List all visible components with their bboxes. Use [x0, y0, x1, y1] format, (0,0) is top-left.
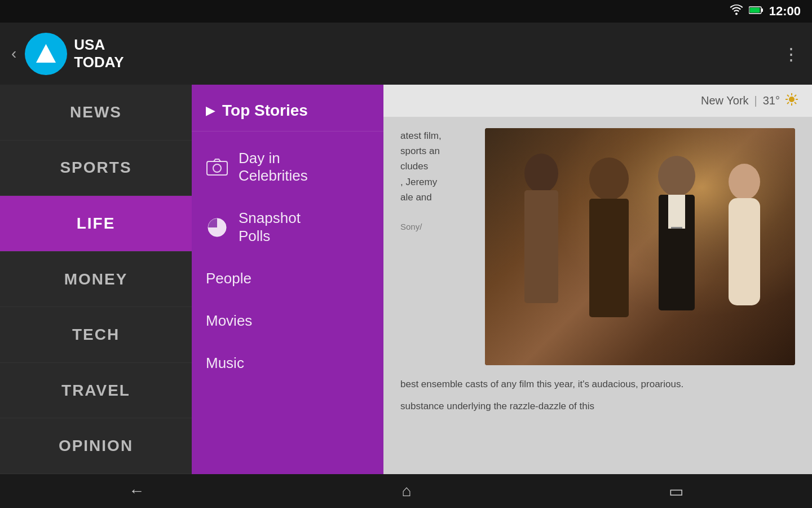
logo: USA TODAY — [25, 33, 123, 75]
sidebar-item-money[interactable]: MONEY — [0, 252, 192, 308]
bottom-nav: ← ⌂ ▭ — [0, 474, 812, 508]
svg-point-17 — [524, 154, 558, 193]
sidebar-item-life[interactable]: LIFE — [0, 196, 192, 252]
svg-point-5 — [213, 164, 221, 172]
sidebar-item-opinion[interactable]: OPINION — [0, 418, 192, 474]
article-text-lower: best ensemble casts of any film this yea… — [383, 376, 812, 425]
submenu: ▶ Top Stories Day inCelebrities — [192, 85, 383, 474]
submenu-title: Top Stories — [222, 102, 308, 120]
submenu-item-label-movies: Movies — [206, 312, 252, 330]
logo-circle — [25, 33, 67, 75]
submenu-item-people[interactable]: People — [192, 257, 383, 300]
submenu-item-label-people: People — [206, 270, 251, 287]
article-image — [485, 128, 795, 365]
submenu-item-day-in-celebrities[interactable]: Day inCelebrities — [192, 137, 383, 197]
svg-rect-20 — [589, 199, 629, 317]
svg-marker-3 — [36, 44, 56, 63]
weather-info: New York | 31° — [701, 93, 798, 108]
svg-point-7 — [789, 97, 795, 102]
submenu-arrow-icon: ▶ — [206, 103, 215, 118]
location-text: New York — [701, 94, 749, 107]
sidebar-item-travel[interactable]: TRAVEL — [0, 363, 192, 419]
article-text-top: atest film,sports ancludes, Jeremyale an… — [400, 128, 471, 365]
status-time: 12:00 — [769, 4, 801, 19]
submenu-item-movies[interactable]: Movies — [192, 300, 383, 342]
svg-line-14 — [795, 95, 796, 97]
svg-rect-26 — [729, 198, 760, 305]
svg-rect-24 — [671, 227, 682, 229]
back-nav-button[interactable]: ← — [106, 476, 167, 506]
svg-rect-18 — [524, 190, 558, 303]
status-bar: 12:00 — [0, 0, 812, 23]
photo-icon — [206, 156, 228, 178]
main-layout: NEWS SPORTS LIFE MONEY TECH TRAVEL OPINI… — [0, 85, 812, 474]
sidebar: NEWS SPORTS LIFE MONEY TECH TRAVEL OPINI… — [0, 85, 192, 474]
svg-line-15 — [787, 102, 789, 104]
submenu-item-label-day-in-celebrities: Day inCelebrities — [239, 150, 308, 185]
recents-nav-button[interactable]: ▭ — [646, 476, 706, 506]
svg-point-25 — [729, 164, 760, 200]
svg-line-12 — [787, 95, 789, 97]
content-area: New York | 31° — [383, 85, 812, 474]
submenu-item-snapshot-polls[interactable]: SnapshotPolls — [192, 197, 383, 257]
temperature-text: 31° — [763, 94, 780, 107]
pie-chart-icon — [206, 216, 228, 239]
svg-line-13 — [795, 102, 796, 104]
header: ‹ USA TODAY ⋮ — [0, 23, 812, 85]
wifi-icon — [730, 5, 743, 19]
svg-rect-1 — [761, 8, 763, 12]
svg-point-21 — [658, 156, 695, 196]
menu-button[interactable]: ⋮ — [783, 44, 801, 64]
svg-rect-2 — [749, 7, 760, 12]
back-button[interactable]: ‹ — [11, 45, 16, 63]
article-image-background — [485, 128, 795, 365]
weather-sun-icon — [785, 93, 798, 108]
svg-rect-23 — [668, 195, 685, 229]
svg-point-19 — [589, 157, 629, 200]
sidebar-item-news[interactable]: NEWS — [0, 85, 192, 141]
submenu-item-label-music: Music — [206, 354, 244, 372]
battery-icon — [749, 6, 764, 17]
submenu-item-music[interactable]: Music — [192, 342, 383, 384]
svg-rect-4 — [207, 161, 227, 175]
submenu-header: ▶ Top Stories — [192, 90, 383, 132]
article-container: atest film,sports ancludes, Jeremyale an… — [383, 117, 812, 376]
weather-divider: | — [754, 94, 757, 107]
logo-text: USA TODAY — [74, 36, 123, 71]
content-header: New York | 31° — [383, 85, 812, 117]
sidebar-item-sports[interactable]: SPORTS — [0, 141, 192, 196]
status-icons: 12:00 — [730, 4, 801, 19]
home-nav-button[interactable]: ⌂ — [379, 476, 434, 506]
sidebar-item-tech[interactable]: TECH — [0, 307, 192, 363]
submenu-item-label-snapshot-polls: SnapshotPolls — [239, 209, 301, 244]
